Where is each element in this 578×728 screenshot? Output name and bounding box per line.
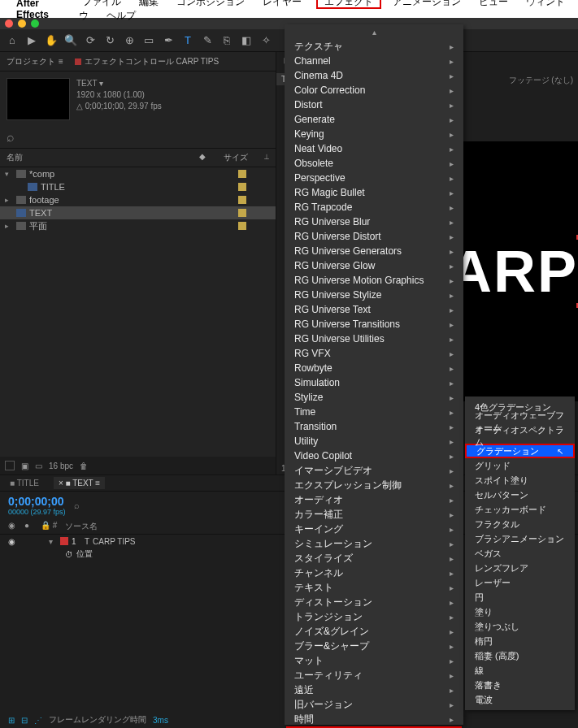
menu-ビュー[interactable]: ビュー bbox=[476, 0, 511, 9]
pen-tool-icon[interactable]: ✒ bbox=[161, 33, 176, 48]
effect-category[interactable]: RG Magic Bullet▸ bbox=[285, 185, 463, 200]
effect-item[interactable]: ブラシアニメーション bbox=[465, 531, 575, 546]
hand-tool-icon[interactable]: ✋ bbox=[44, 33, 59, 48]
effect-item[interactable]: 楕円 bbox=[465, 634, 575, 648]
project-item[interactable]: ▸footage bbox=[0, 193, 276, 206]
effect-category[interactable]: Channel▸ bbox=[285, 54, 463, 68]
effect-item[interactable]: 稲妻 (高度) bbox=[465, 648, 575, 663]
interpret-icon[interactable] bbox=[5, 461, 15, 470]
effect-category[interactable]: RG Universe Stylize▸ bbox=[285, 288, 463, 302]
effect-item[interactable]: 線 bbox=[465, 663, 575, 678]
effect-item[interactable]: スポイト塗り bbox=[465, 473, 575, 488]
minimize-icon[interactable] bbox=[18, 20, 26, 28]
effect-item[interactable]: チェッカーボード bbox=[465, 502, 575, 517]
menu-エフェクト[interactable]: エフェクト bbox=[316, 0, 381, 9]
effect-category[interactable]: Perspective▸ bbox=[285, 171, 463, 185]
effect-category[interactable]: オーディオ▸ bbox=[285, 492, 463, 507]
effect-category[interactable]: Generate▸ bbox=[285, 112, 463, 127]
effect-category[interactable]: Keying▸ bbox=[285, 127, 463, 141]
effect-controls-tab[interactable]: エフェクトコントロール CARP TIPS bbox=[75, 56, 219, 67]
source-name-header[interactable]: ソース名 bbox=[65, 521, 98, 532]
zoom-tool-icon[interactable]: 🔍 bbox=[63, 33, 78, 48]
maximize-icon[interactable] bbox=[31, 20, 39, 28]
effect-category[interactable]: RG Universe Distort▸ bbox=[285, 229, 463, 244]
lock-column[interactable]: ● bbox=[24, 521, 41, 532]
effect-submenu[interactable]: 4色グラデーションオーディオウェーブフォームオーディオスペクトラムグラデーション… bbox=[465, 396, 575, 710]
effect-item[interactable]: レンズフレア bbox=[465, 561, 575, 575]
effect-category[interactable]: ユーティリティ▸ bbox=[285, 668, 463, 682]
effect-category[interactable]: RG Universe Motion Graphics▸ bbox=[285, 273, 463, 288]
close-icon[interactable] bbox=[5, 20, 13, 28]
trash-icon[interactable]: 🗑 bbox=[80, 462, 88, 470]
effect-item[interactable]: 塗りつぶし bbox=[465, 619, 575, 634]
effect-category[interactable]: エクスプレッション制御▸ bbox=[285, 478, 463, 492]
effect-category[interactable]: Obsolete▸ bbox=[285, 156, 463, 171]
effect-category[interactable]: カラー補正▸ bbox=[285, 507, 463, 522]
rotate-tool-icon[interactable]: ↻ bbox=[102, 33, 117, 48]
timeline-tab-text[interactable]: × ■ TEXT ≡ bbox=[54, 477, 105, 489]
name-column[interactable]: 名前 bbox=[7, 152, 199, 163]
effect-category[interactable]: RG Trapcode▸ bbox=[285, 200, 463, 214]
toggle-switches-icon[interactable]: ⊞ bbox=[8, 716, 15, 725]
menu-編集[interactable]: 編集 bbox=[136, 0, 162, 9]
rect-tool-icon[interactable]: ▭ bbox=[141, 33, 156, 48]
stopwatch-icon[interactable]: ⏱ bbox=[65, 550, 73, 559]
label-color-icon[interactable] bbox=[60, 537, 68, 545]
type-tool-icon[interactable]: T bbox=[180, 33, 195, 48]
effect-category[interactable]: Stylize▸ bbox=[285, 390, 463, 405]
effect-category[interactable]: Rowbyte▸ bbox=[285, 361, 463, 375]
effect-menu[interactable]: ▴ テクスチャ▸Channel▸Cinema 4D▸Color Correcti… bbox=[285, 24, 463, 725]
viewer-text[interactable]: CARP bbox=[447, 238, 578, 305]
timeline-tab-title[interactable]: ■ TITLE bbox=[5, 477, 44, 489]
effect-category[interactable]: Utility▸ bbox=[285, 434, 463, 448]
effect-item[interactable]: 落書き bbox=[465, 678, 575, 692]
roto-tool-icon[interactable]: ✧ bbox=[259, 33, 273, 48]
menu-ヘルプ[interactable]: ヘルプ bbox=[103, 8, 139, 23]
effect-category[interactable]: ディストーション▸ bbox=[285, 595, 463, 609]
effect-category[interactable]: チャンネル▸ bbox=[285, 566, 463, 580]
tag-column[interactable]: ◆ bbox=[199, 152, 224, 163]
effect-item[interactable]: 円 bbox=[465, 590, 575, 604]
menu-アニメーション[interactable]: アニメーション bbox=[389, 0, 464, 9]
visibility-column[interactable]: ◉ bbox=[8, 521, 24, 532]
effect-item[interactable]: 塗り bbox=[465, 604, 575, 619]
effect-category[interactable]: Neat Video▸ bbox=[285, 141, 463, 156]
effect-item[interactable]: オーディオスペクトラム bbox=[465, 429, 575, 444]
layer-name[interactable]: CARP TIPS bbox=[93, 537, 135, 546]
project-item[interactable]: TITLE bbox=[0, 180, 276, 193]
effect-category[interactable]: Video Copilot▸ bbox=[285, 448, 463, 463]
effect-category[interactable]: Simulation▸ bbox=[285, 375, 463, 390]
effect-item[interactable]: ベガス bbox=[465, 546, 575, 561]
effect-category[interactable]: Time▸ bbox=[285, 405, 463, 419]
effect-category[interactable]: Transition▸ bbox=[285, 419, 463, 434]
effect-item[interactable]: 電波 bbox=[465, 692, 575, 707]
effect-category[interactable]: RG VFX▸ bbox=[285, 346, 463, 361]
project-item[interactable]: ▸平面 bbox=[0, 219, 276, 232]
new-folder-icon[interactable]: ▭ bbox=[35, 462, 42, 470]
effect-category[interactable]: スタイライズ▸ bbox=[285, 551, 463, 566]
effect-category[interactable]: イマーシブビデオ▸ bbox=[285, 463, 463, 478]
project-tree[interactable]: ▾*compTITLE▸footageTEXT▸平面 bbox=[0, 167, 276, 232]
comp-viewer[interactable]: CARP bbox=[447, 141, 578, 401]
effect-item[interactable]: セルパターン bbox=[465, 488, 575, 502]
size-column[interactable]: サイズ bbox=[224, 152, 264, 163]
search-icon[interactable]: ⌕ bbox=[7, 130, 18, 141]
overflow-icon[interactable]: ⟂ bbox=[264, 152, 269, 163]
toggle-modes-icon[interactable]: ⊟ bbox=[21, 716, 28, 725]
search-icon[interactable]: ⌕ bbox=[74, 500, 80, 510]
effect-category[interactable]: テクスチャ▸ bbox=[285, 39, 463, 54]
current-timecode[interactable]: 0;00;00;00 bbox=[8, 495, 66, 508]
effect-category[interactable]: RG Universe Text▸ bbox=[285, 302, 463, 317]
effect-category[interactable]: ブラー&シャープ▸ bbox=[285, 639, 463, 653]
project-item[interactable]: ▾*comp bbox=[0, 167, 276, 180]
effect-category[interactable]: RG Universe Utilities▸ bbox=[285, 332, 463, 346]
effect-category[interactable]: Cinema 4D▸ bbox=[285, 68, 463, 83]
effect-category[interactable]: Color Correction▸ bbox=[285, 83, 463, 98]
effect-category[interactable]: シミュレーション▸ bbox=[285, 536, 463, 551]
anchor-tool-icon[interactable]: ⊕ bbox=[122, 33, 137, 48]
project-panel-tab[interactable]: プロジェクト ≡ bbox=[7, 56, 63, 67]
effect-category[interactable]: 遠近▸ bbox=[285, 682, 463, 697]
effect-category[interactable]: RG Universe Transitions▸ bbox=[285, 317, 463, 332]
effect-item[interactable]: フラクタル bbox=[465, 517, 575, 531]
brush-tool-icon[interactable]: ✎ bbox=[200, 33, 215, 48]
